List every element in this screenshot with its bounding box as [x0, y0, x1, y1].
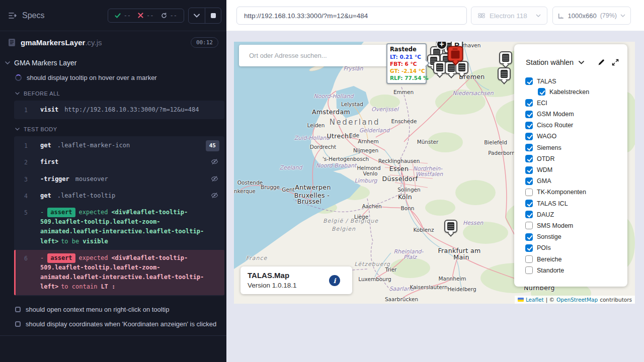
layer-toggle-row[interactable]: TALAS: [520, 77, 621, 85]
command-row[interactable]: 6 -assertexpected<div#leaflet-tooltip-50…: [14, 250, 224, 296]
address-search-input[interactable]: [239, 45, 390, 66]
layer-toggle-row[interactable]: Siemens: [520, 144, 621, 151]
layer-toggle-row[interactable]: Cisco Router: [520, 122, 621, 129]
map-marker[interactable]: [444, 220, 457, 233]
layer-toggle-row[interactable]: WAGO: [520, 133, 621, 140]
command-row[interactable]: 1 visithttp://192.168.10.33:3000/?m=12&u…: [14, 102, 224, 118]
command-message: .leaflet-marker-icon: [57, 142, 130, 149]
command-row[interactable]: 2 first: [14, 154, 224, 170]
layer-label: WDM: [537, 166, 552, 173]
map-label: Pfalz: [404, 254, 417, 260]
pending-test-row[interactable]: should open context menu on right-click …: [0, 302, 226, 317]
station-select-title[interactable]: Station wählen: [526, 58, 574, 66]
layer-checkbox[interactable]: [525, 144, 533, 151]
pending-test-icon: [15, 321, 21, 327]
url-input[interactable]: http://192.168.10.33:3000/?m=12&u=484: [236, 7, 467, 25]
layer-toggle-row[interactable]: Standorte: [520, 266, 621, 274]
layer-checkbox[interactable]: [525, 122, 533, 129]
layer-label: OTDR: [537, 155, 554, 162]
layer-checkbox[interactable]: [525, 200, 533, 207]
osm-link[interactable]: OpenStreetMap: [556, 297, 598, 303]
viewport-selector[interactable]: 1000x660 (79%): [552, 7, 631, 25]
chevron-down-icon[interactable]: [579, 61, 584, 64]
layer-toggle-row[interactable]: Sonstige: [520, 233, 621, 241]
map-label: Aachen: [362, 203, 381, 209]
layer-toggle-row[interactable]: GSM Modem: [520, 111, 621, 118]
spec-name: gmaMarkersLayer: [21, 38, 85, 47]
layer-toggle-row[interactable]: TK-Komponenten: [520, 189, 621, 196]
hidden-element-icon: [211, 175, 218, 183]
active-test-row[interactable]: should display tooltip on hover over a m…: [0, 70, 226, 85]
map-label: Bonn: [401, 205, 415, 211]
layer-checkbox[interactable]: [525, 111, 533, 118]
assert-dash: -: [40, 209, 44, 216]
suite-row[interactable]: GMA Markers Layer: [0, 54, 226, 70]
info-icon[interactable]: i: [329, 275, 340, 286]
specs-label[interactable]: Specs: [22, 11, 44, 20]
map-label: Nijmegen: [353, 147, 378, 153]
command-row[interactable]: 4 get.leaflet-tooltip: [14, 188, 224, 204]
viewport-icon: [558, 12, 565, 20]
layer-label: POIs: [537, 244, 551, 251]
layer-checkbox[interactable]: [525, 255, 533, 263]
section-before-all[interactable]: BEFORE ALL: [0, 85, 226, 100]
layer-toggle-row[interactable]: Kabelstrecken: [520, 88, 621, 96]
section-test-body[interactable]: TEST BODY: [0, 121, 226, 135]
layer-toggle-row[interactable]: ECI: [520, 99, 621, 107]
assert-pill: assert: [47, 253, 75, 263]
layer-toggle-row[interactable]: DAUZ: [520, 211, 621, 218]
stop-icon: [211, 13, 216, 18]
map-label: Liège: [354, 214, 368, 220]
layer-checkbox[interactable]: [525, 211, 533, 218]
layer-checkbox[interactable]: [525, 233, 533, 241]
layer-checkbox[interactable]: [525, 133, 533, 140]
layer-checkbox[interactable]: [525, 266, 533, 274]
map-marker[interactable]: [499, 51, 512, 64]
layer-checkbox[interactable]: [525, 177, 533, 185]
layer-toggle-row[interactable]: WDM: [520, 166, 621, 174]
layer-toggle-row[interactable]: OTDR: [520, 155, 621, 162]
layer-checkbox[interactable]: [525, 77, 533, 85]
map-marker[interactable]: +: [436, 42, 447, 50]
runner-header: Specs -- -- --: [0, 0, 226, 31]
layer-toggle-row[interactable]: POIs: [520, 244, 621, 252]
command-message: http://192.168.10.33:3000/?m=12&u=484: [64, 106, 199, 113]
layer-checkbox[interactable]: [525, 189, 533, 196]
collapse-all-button[interactable]: [189, 8, 205, 23]
layer-toggle-row[interactable]: TALAS ICL: [520, 200, 621, 207]
layer-label: ECI: [537, 100, 547, 107]
specs-menu-icon[interactable]: [8, 12, 17, 20]
tooltip-station-name: Rastede: [390, 46, 423, 53]
browser-selector[interactable]: Electron 118: [471, 7, 547, 25]
fullscreen-icon[interactable]: [611, 58, 619, 66]
map-marker[interactable]: [498, 67, 511, 80]
layer-label: Bereiche: [537, 256, 561, 263]
map-label: Düsseldorf: [382, 175, 418, 183]
layer-checkbox[interactable]: [525, 244, 533, 252]
map-label: Emmen: [393, 89, 414, 95]
stat-failed: --: [138, 12, 153, 19]
command-row[interactable]: 5 -assertexpected<div#leaflet-tooltip-50…: [14, 204, 224, 250]
spec-file-row[interactable]: gmaMarkersLayer .cy.js 00:12: [0, 31, 226, 54]
edit-pencil-icon[interactable]: [597, 58, 605, 66]
layer-toggle-row[interactable]: Bereiche: [520, 255, 621, 263]
layer-toggle-row[interactable]: GMA: [520, 177, 621, 185]
tooltip-measurement: RLF: 77.54 %: [390, 74, 423, 81]
layer-checkbox[interactable]: [525, 155, 533, 162]
command-number: 6: [24, 254, 28, 263]
map-marker[interactable]: [448, 46, 463, 62]
command-row[interactable]: 1 get.leaflet-marker-icon 45: [14, 137, 224, 154]
leaflet-map[interactable]: FryslânNoord-HollandLelystadAmsterdamOve…: [234, 42, 635, 304]
map-label: Koblenz: [414, 227, 434, 233]
layer-toggle-row[interactable]: SMS Modem: [520, 222, 621, 229]
layer-checkbox[interactable]: [538, 88, 545, 96]
leaflet-link[interactable]: Leaflet: [526, 297, 544, 303]
command-row[interactable]: 3 -triggermouseover: [14, 171, 224, 188]
layer-checkbox[interactable]: [525, 166, 533, 174]
layer-checkbox[interactable]: [525, 222, 533, 229]
layer-checkbox[interactable]: [525, 99, 533, 107]
chevron-down-icon: [5, 61, 10, 65]
pending-test-row[interactable]: should display coordinates when 'Koordin…: [0, 317, 226, 331]
stop-run-button[interactable]: [205, 8, 221, 23]
divider: [0, 335, 226, 336]
